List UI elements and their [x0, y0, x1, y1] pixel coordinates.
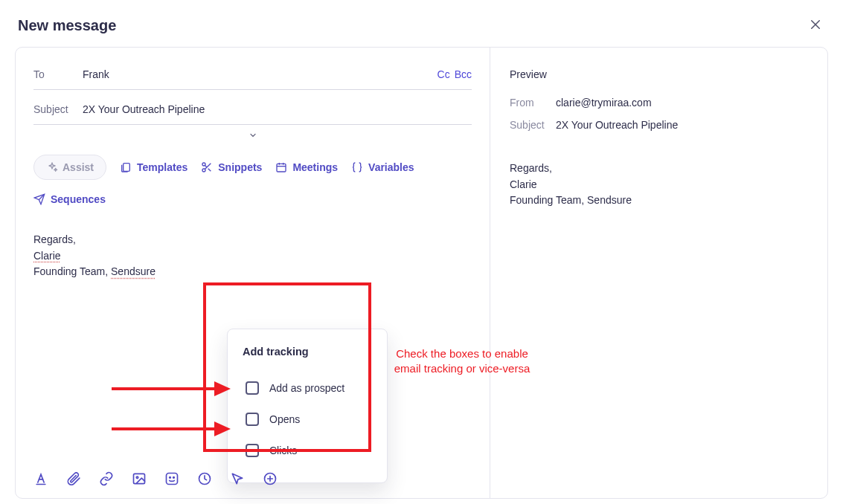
sequences-label: Sequences: [51, 193, 106, 205]
attach-button[interactable]: [66, 471, 81, 486]
cc-link[interactable]: Cc: [437, 68, 450, 80]
scissors-icon: [201, 161, 213, 173]
cursor-button[interactable]: [230, 471, 245, 486]
preview-from-value: clarie@trymiraa.com: [556, 97, 652, 109]
svg-line-7: [205, 165, 208, 167]
track-opens-label: Opens: [269, 413, 300, 425]
signature-name: Clarie: [33, 250, 61, 262]
compose-pane: To Cc Bcc Subject Assist Templates: [16, 48, 490, 498]
track-opens-option[interactable]: Opens: [243, 404, 372, 435]
checkbox-unchecked-icon[interactable]: [246, 444, 259, 457]
insert-image-button[interactable]: [132, 471, 147, 486]
checkbox-unchecked-icon[interactable]: [246, 381, 259, 395]
signature-regards: Regards,: [33, 232, 472, 248]
variables-button[interactable]: Variables: [351, 161, 414, 173]
text-format-icon: [33, 471, 48, 486]
close-button[interactable]: [806, 15, 825, 36]
email-body[interactable]: Regards, Clarie Founding Team, Sendsure: [33, 211, 472, 280]
bcc-link[interactable]: Bcc: [455, 68, 472, 80]
preview-from-label: From: [510, 97, 556, 109]
to-label: To: [33, 68, 69, 80]
bottom-actionbar: [33, 471, 278, 486]
svg-point-4: [202, 169, 205, 172]
braces-icon: [351, 161, 363, 173]
preview-regards: Regards,: [510, 161, 808, 177]
plus-circle-icon: [263, 471, 278, 486]
to-row: To Cc Bcc: [33, 62, 472, 90]
clock-icon: [197, 471, 212, 486]
preview-founding: Founding Team, Sendsure: [510, 193, 808, 209]
calendar-icon: [275, 161, 287, 173]
image-icon: [132, 471, 147, 486]
to-input[interactable]: [83, 68, 424, 80]
templates-icon: [120, 161, 132, 173]
compose-card: To Cc Bcc Subject Assist Templates: [15, 47, 828, 499]
collapse-toggle[interactable]: [33, 125, 472, 144]
svg-rect-15: [167, 474, 178, 485]
link-icon: [99, 471, 114, 486]
assist-button[interactable]: Assist: [33, 155, 106, 180]
templates-button[interactable]: Templates: [120, 161, 187, 173]
sequences-button[interactable]: Sequences: [33, 193, 106, 205]
cursor-icon: [230, 471, 245, 486]
subject-label: Subject: [33, 103, 69, 115]
preview-name: Clarie: [510, 177, 808, 193]
track-clicks-label: Clicks: [269, 445, 297, 456]
variables-label: Variables: [368, 161, 414, 173]
svg-line-6: [208, 169, 211, 172]
signature-team: Founding Team,: [33, 265, 111, 277]
close-icon: [809, 18, 822, 31]
svg-point-3: [202, 163, 205, 166]
insert-toolbar: Assist Templates Snippets Meetings Varia…: [33, 144, 472, 211]
schedule-button[interactable]: [197, 471, 212, 486]
svg-point-17: [173, 477, 175, 479]
svg-rect-2: [124, 164, 130, 172]
insert-emoji-button[interactable]: [164, 471, 179, 486]
templates-label: Templates: [137, 161, 187, 173]
svg-point-14: [136, 476, 138, 479]
meetings-button[interactable]: Meetings: [275, 161, 338, 173]
preview-title: Preview: [510, 68, 808, 80]
signature-company: Sendsure: [111, 265, 156, 277]
svg-rect-8: [277, 164, 286, 172]
tracking-popover: Add tracking Add as prospect Opens Click…: [227, 329, 388, 483]
paperclip-icon: [66, 471, 81, 486]
chevron-down-icon: [249, 131, 257, 140]
snippets-button[interactable]: Snippets: [201, 161, 262, 173]
sparkle-icon: [46, 161, 58, 173]
emoji-icon: [164, 471, 179, 486]
preview-body: Regards, Clarie Founding Team, Sendsure: [510, 161, 808, 209]
insert-link-button[interactable]: [99, 471, 114, 486]
subject-row: Subject: [33, 97, 472, 125]
snippets-label: Snippets: [218, 161, 262, 173]
track-clicks-option[interactable]: Clicks: [243, 435, 372, 466]
preview-subject-label: Subject: [510, 119, 556, 131]
preview-pane: Preview From clarie@trymiraa.com Subject…: [490, 48, 827, 498]
svg-point-16: [170, 477, 171, 479]
text-format-button[interactable]: [33, 471, 48, 486]
assist-label: Assist: [62, 161, 94, 173]
preview-subject-value: 2X Your Outreach Pipeline: [556, 119, 678, 131]
more-insert-button[interactable]: [263, 471, 278, 486]
add-as-prospect-option[interactable]: Add as prospect: [243, 372, 372, 404]
subject-input[interactable]: [83, 103, 472, 115]
page-title: New message: [18, 17, 116, 34]
send-icon: [33, 193, 45, 205]
checkbox-unchecked-icon[interactable]: [246, 413, 259, 426]
add-as-prospect-label: Add as prospect: [269, 382, 344, 394]
tracking-popover-title: Add tracking: [243, 346, 372, 358]
annotation-callout: Check the boxes to enable email tracking…: [384, 346, 540, 377]
meetings-label: Meetings: [292, 161, 338, 173]
